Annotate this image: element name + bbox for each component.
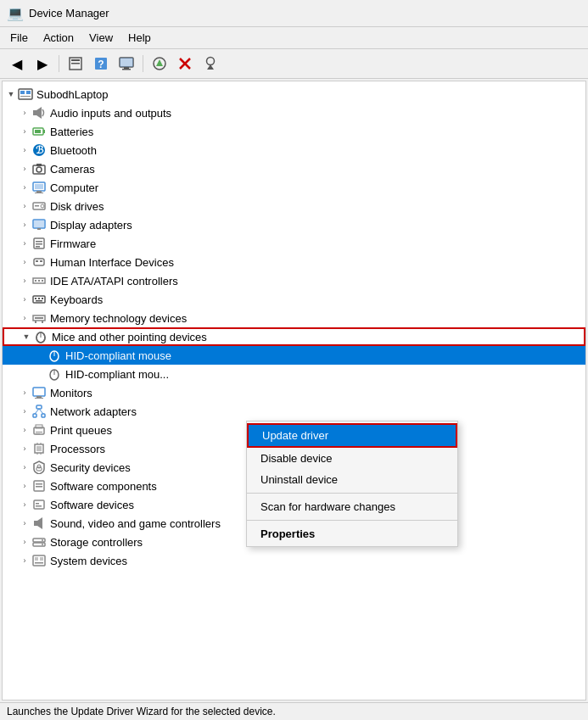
display-toggle[interactable]: › — [18, 218, 31, 232]
svg-rect-2 — [71, 63, 80, 64]
scan-button[interactable] — [199, 53, 222, 75]
firmware-toggle[interactable]: › — [18, 237, 31, 250]
softwaredev-toggle[interactable]: › — [18, 498, 31, 511]
tree-firmware[interactable]: › Firmware — [3, 234, 585, 253]
network-toggle[interactable]: › — [18, 405, 31, 418]
svg-rect-22 — [43, 130, 45, 133]
audio-label: Audio inputs and outputs — [50, 107, 171, 120]
main-content: ▼ SubodhLaptop › Audio inputs and output… — [2, 81, 586, 700]
cameras-icon — [31, 161, 47, 176]
tree-hid-mouse2[interactable]: HID-compliant mou... — [3, 365, 585, 383]
svg-line-73 — [39, 409, 43, 414]
tree-mice[interactable]: ▼ Mice and other pointing devices — [3, 327, 585, 346]
audio-toggle[interactable]: › — [18, 106, 31, 120]
print-toggle[interactable]: › — [18, 423, 31, 437]
tree-batteries[interactable]: › Batteries — [3, 122, 585, 141]
computer-icon — [31, 180, 47, 195]
ctx-properties[interactable]: Properties — [247, 523, 457, 544]
memory-toggle[interactable]: › — [18, 311, 31, 325]
bluetooth-toggle[interactable]: › — [18, 143, 31, 157]
app-icon: 💻 — [7, 5, 24, 21]
diskdrives-toggle[interactable]: › — [18, 199, 31, 213]
svg-rect-42 — [36, 246, 40, 248]
softwarecomp-label: Software components — [50, 480, 157, 493]
svg-line-72 — [35, 409, 39, 414]
ide-toggle[interactable]: › — [18, 274, 31, 287]
root-toggle[interactable]: ▼ — [4, 87, 18, 101]
cameras-toggle[interactable]: › — [18, 162, 31, 176]
back-button[interactable]: ◀ — [5, 53, 29, 75]
tree-keyboards[interactable]: › Keyboards — [3, 290, 585, 309]
svg-rect-45 — [40, 260, 42, 262]
sound-toggle[interactable]: › — [18, 516, 31, 530]
svg-rect-48 — [38, 280, 40, 282]
display-icon — [31, 217, 47, 232]
mice-icon — [33, 329, 48, 344]
monitors-icon — [31, 385, 47, 400]
tree-hid-mouse1[interactable]: HID-compliant mouse — [3, 346, 585, 365]
svg-rect-49 — [42, 280, 43, 282]
storage-label: Storage controllers — [50, 536, 143, 549]
svg-marker-14 — [207, 64, 214, 70]
svg-rect-68 — [35, 398, 43, 399]
svg-rect-58 — [42, 321, 43, 323]
svg-rect-89 — [34, 500, 44, 509]
forward-button[interactable]: ▶ — [31, 53, 54, 75]
ctx-update-driver[interactable]: Update driver — [247, 423, 457, 448]
tree-cameras[interactable]: › Cameras — [3, 159, 585, 178]
tree-ide[interactable]: › IDE ATA/ATAPI controllers — [3, 271, 585, 290]
svg-rect-6 — [120, 58, 133, 67]
tree-root[interactable]: ▼ SubodhLaptop — [3, 85, 585, 103]
status-text: Launches the Update Driver Wizard for th… — [7, 706, 276, 717]
security-toggle[interactable]: › — [18, 460, 31, 474]
remove-button[interactable] — [173, 53, 197, 75]
svg-rect-18 — [20, 96, 31, 97]
hid-icon — [31, 254, 47, 270]
ide-icon — [31, 273, 47, 288]
tree-memory[interactable]: › Memory technology devices — [3, 309, 585, 327]
network-icon — [31, 404, 47, 419]
properties-button[interactable] — [64, 53, 87, 75]
tree-bluetooth[interactable]: › ℬ Bluetooth — [3, 141, 585, 159]
monitor-button[interactable] — [115, 53, 138, 75]
batteries-toggle[interactable]: › — [18, 125, 31, 138]
menu-action[interactable]: Action — [36, 29, 81, 47]
tree-audio[interactable]: › Audio inputs and outputs — [3, 103, 585, 122]
computer-label: Computer — [50, 181, 98, 194]
help-button[interactable]: ? — [89, 53, 113, 75]
tree-system[interactable]: › System devices — [3, 551, 585, 570]
system-toggle[interactable]: › — [18, 554, 31, 567]
hid-mouse2-label: HID-compliant mou... — [65, 368, 169, 381]
hid-toggle[interactable]: › — [18, 255, 31, 269]
svg-rect-90 — [36, 503, 39, 505]
menu-help[interactable]: Help — [121, 29, 158, 47]
ctx-uninstall-device[interactable]: Uninstall device — [247, 469, 457, 490]
menu-file[interactable]: File — [3, 29, 35, 47]
softwarecomp-toggle[interactable]: › — [18, 479, 31, 493]
ctx-separator — [247, 493, 457, 494]
svg-rect-66 — [33, 388, 45, 396]
svg-rect-88 — [36, 486, 42, 488]
ctx-disable-device[interactable]: Disable device — [247, 448, 457, 469]
menu-view[interactable]: View — [82, 29, 120, 47]
ctx-scan-hardware[interactable]: Scan for hardware changes — [247, 496, 457, 517]
firmware-label: Firmware — [50, 237, 96, 250]
tree-display[interactable]: › Display adapters — [3, 215, 585, 234]
toolbar-separator-1 — [59, 55, 59, 72]
computer-toggle[interactable]: › — [18, 181, 31, 194]
storage-toggle[interactable]: › — [18, 535, 31, 549]
svg-point-34 — [41, 204, 44, 208]
tree-hid[interactable]: › Human Interface Devices — [3, 253, 585, 271]
keyboards-toggle[interactable]: › — [18, 293, 31, 306]
sound-label: Sound, video and game controllers — [50, 517, 221, 530]
proc-toggle[interactable]: › — [18, 442, 31, 455]
tree-diskdrives[interactable]: › Disk drives — [3, 197, 585, 215]
monitors-toggle[interactable]: › — [18, 386, 31, 399]
menu-bar: File Action View Help — [0, 27, 588, 49]
print-label: Print queues — [50, 424, 112, 437]
tree-computer[interactable]: › Computer — [3, 178, 585, 197]
tree-monitors[interactable]: › Monitors — [3, 383, 585, 402]
update-driver-button[interactable] — [148, 53, 171, 75]
mice-toggle[interactable]: ▼ — [20, 330, 33, 343]
tree-network[interactable]: › Network adapters — [3, 402, 585, 421]
